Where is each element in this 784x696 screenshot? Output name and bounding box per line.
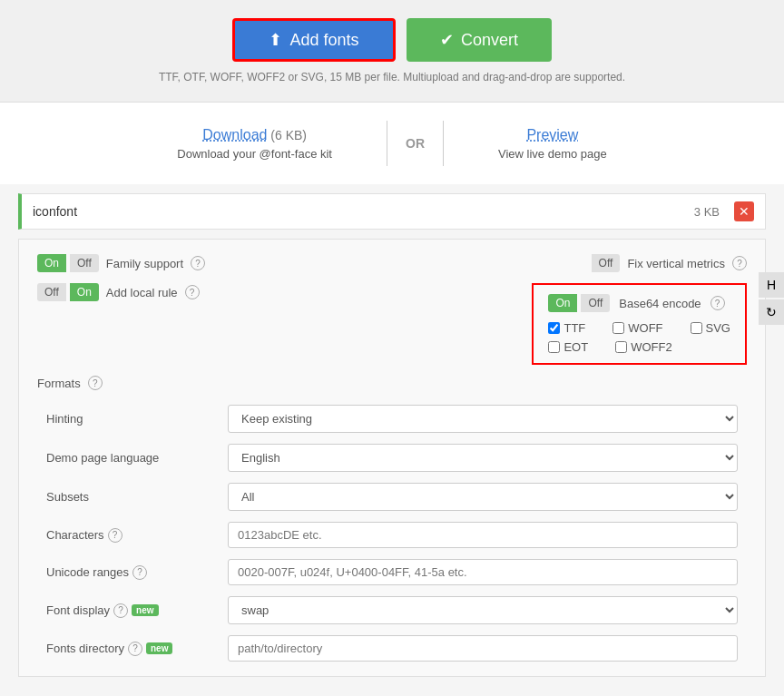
download-sub-text: Download your @font-face kit xyxy=(177,147,332,161)
check-icon: ✔ xyxy=(440,30,454,50)
base64-help-icon[interactable]: ? xyxy=(710,296,725,310)
formats-row-1: TTF WOFF SVG xyxy=(548,321,730,335)
unicode-ranges-label: Unicode ranges ? xyxy=(46,565,228,580)
family-support-help-icon[interactable]: ? xyxy=(191,256,205,270)
fonts-dir-new-badge: new xyxy=(146,642,172,654)
fonts-directory-row: Fonts directory ? new xyxy=(46,635,738,662)
formats-row-2: EOT WOFF2 xyxy=(548,340,730,354)
add-fonts-label: Add fonts xyxy=(289,31,358,50)
subsets-label: Subsets xyxy=(46,490,228,504)
refresh-tool-button[interactable]: ↻ xyxy=(759,299,784,325)
unicode-input[interactable] xyxy=(228,559,738,585)
unicode-help-icon[interactable]: ? xyxy=(132,565,147,580)
demo-page-language-row: Demo page language English xyxy=(46,444,738,472)
subsets-row: Subsets All xyxy=(46,483,738,511)
format-woff-checkbox[interactable] xyxy=(612,322,624,334)
characters-label: Characters ? xyxy=(46,528,228,543)
preview-link[interactable]: Preview xyxy=(526,127,578,143)
remove-font-button[interactable]: ✕ xyxy=(734,201,754,221)
add-fonts-button[interactable]: ⬆ Add fonts xyxy=(232,18,396,62)
base64-off[interactable]: Off xyxy=(581,294,610,312)
subtitle: TTF, OTF, WOFF, WOFF2 or SVG, 15 MB per … xyxy=(159,71,625,83)
download-preview-section: Download (6 KB) Download your @font-face… xyxy=(0,103,784,184)
download-size: (6 KB) xyxy=(270,128,307,142)
formats-label: Formats xyxy=(37,377,81,390)
family-support-toggle[interactable]: On Off xyxy=(37,254,99,272)
fix-vertical-help-icon[interactable]: ? xyxy=(732,256,747,270)
top-section: ⬆ Add fonts ✔ Convert TTF, OTF, WOFF, WO… xyxy=(0,0,784,103)
h-tool-button[interactable]: H xyxy=(759,272,784,298)
add-local-off[interactable]: Off xyxy=(37,283,66,301)
add-local-rule-help-icon[interactable]: ? xyxy=(185,285,200,299)
h-icon: H xyxy=(767,278,776,292)
unicode-ranges-row: Unicode ranges ? xyxy=(46,559,738,585)
format-ttf-checkbox[interactable] xyxy=(548,322,560,334)
font-display-help-icon[interactable]: ? xyxy=(113,603,128,618)
format-eot-label[interactable]: EOT xyxy=(548,340,588,354)
font-display-label: Font display ? new xyxy=(46,603,228,618)
format-svg-label[interactable]: SVG xyxy=(691,321,730,335)
font-display-row: Font display ? new swap xyxy=(46,596,738,624)
format-woff2-label[interactable]: WOFF2 xyxy=(615,340,672,354)
font-display-select[interactable]: swap xyxy=(228,596,738,624)
add-local-rule-toggle[interactable]: Off On xyxy=(37,283,99,301)
format-svg-checkbox[interactable] xyxy=(691,322,702,334)
font-name: iconfont xyxy=(33,204,77,219)
base64-formats-box: On Off Base64 encode ? TTF WOFF xyxy=(532,283,747,365)
format-woff2-checkbox[interactable] xyxy=(615,341,627,353)
formats-help-icon[interactable]: ? xyxy=(88,376,103,390)
or-divider: OR xyxy=(387,121,444,166)
preview-sub-text: View live demo page xyxy=(498,147,607,161)
refresh-icon: ↻ xyxy=(766,305,777,319)
hinting-row: Hinting Keep existing xyxy=(46,405,738,433)
convert-label: Convert xyxy=(461,31,518,50)
fonts-dir-help-icon[interactable]: ? xyxy=(128,642,142,656)
base64-label: Base64 encode xyxy=(619,297,701,310)
download-block: Download (6 KB) Download your @font-face… xyxy=(177,127,332,161)
fix-vertical-off[interactable]: Off xyxy=(592,254,621,272)
hinting-select[interactable]: Keep existing xyxy=(228,405,738,433)
format-woff-label[interactable]: WOFF xyxy=(612,321,662,335)
format-eot-checkbox[interactable] xyxy=(548,341,560,353)
hinting-label: Hinting xyxy=(46,412,228,426)
family-support-label: Family support xyxy=(106,257,183,270)
demo-page-select[interactable]: English xyxy=(228,444,738,472)
download-link-row: Download (6 KB) xyxy=(202,127,307,143)
font-display-new-badge: new xyxy=(132,604,158,616)
add-local-on[interactable]: On xyxy=(70,283,99,301)
fonts-dir-input[interactable] xyxy=(228,635,738,662)
fix-vertical-label: Fix vertical metrics xyxy=(627,257,725,270)
base64-toggle[interactable]: On Off xyxy=(548,294,610,312)
download-link[interactable]: Download xyxy=(202,127,267,142)
demo-page-label: Demo page language xyxy=(46,451,228,465)
fonts-directory-label: Fonts directory ? new xyxy=(46,642,228,656)
settings-fields: Hinting Keep existing Demo page language… xyxy=(37,405,747,662)
base64-on[interactable]: On xyxy=(548,294,577,312)
family-support-off[interactable]: Off xyxy=(70,254,99,272)
characters-help-icon[interactable]: ? xyxy=(108,528,122,543)
convert-button[interactable]: ✔ Convert xyxy=(407,18,552,62)
add-local-rule-label: Add local rule xyxy=(106,286,178,299)
family-support-on[interactable]: On xyxy=(37,254,66,272)
subsets-select[interactable]: All xyxy=(228,483,738,511)
settings-panel: On Off Family support ? Off Fix vertical… xyxy=(18,239,766,677)
font-row: iconfont 3 KB ✕ xyxy=(18,193,766,230)
upload-icon: ⬆ xyxy=(269,30,282,50)
format-ttf-label[interactable]: TTF xyxy=(548,321,585,335)
preview-block: Preview View live demo page xyxy=(498,127,607,161)
font-size: 3 KB xyxy=(694,205,720,219)
side-tools: H ↻ xyxy=(759,272,784,325)
top-buttons: ⬆ Add fonts ✔ Convert xyxy=(232,18,552,62)
characters-input[interactable] xyxy=(228,522,738,548)
characters-row: Characters ? xyxy=(46,522,738,548)
fix-vertical-toggle[interactable]: Off xyxy=(592,254,621,272)
